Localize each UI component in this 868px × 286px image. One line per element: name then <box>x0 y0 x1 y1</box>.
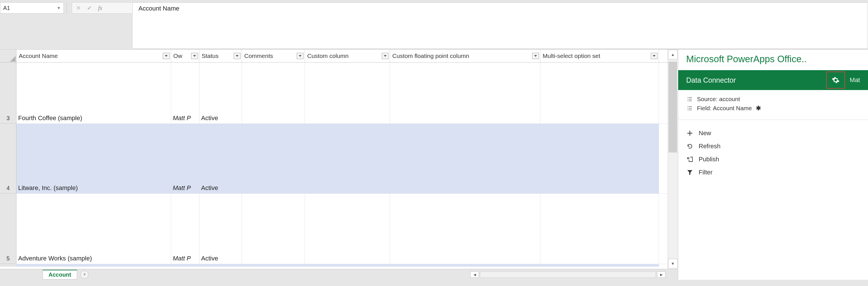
column-header[interactable]: Ow <box>171 50 199 62</box>
sheet-tab[interactable]: Account <box>42 270 77 280</box>
cell[interactable] <box>305 194 390 264</box>
column-header[interactable]: Multi-select option set <box>540 50 659 62</box>
grid-rows: 3Fourth Coffee (sample)Matt PActive4Litw… <box>0 62 678 264</box>
filter-dropdown-button[interactable] <box>297 53 304 59</box>
pane-user: Mat <box>849 77 860 84</box>
list-icon <box>686 106 693 111</box>
refresh-icon <box>686 143 693 149</box>
filter-dropdown-button[interactable] <box>163 53 169 59</box>
cell[interactable]: Adventure Works (sample) <box>17 194 171 264</box>
cell[interactable] <box>242 62 305 123</box>
scroll-left-button[interactable]: ◀ <box>470 271 479 278</box>
refresh-action[interactable]: Refresh <box>686 140 860 153</box>
row-header[interactable]: 5 <box>0 194 17 264</box>
required-indicator: ✱ <box>756 105 761 112</box>
spreadsheet-grid[interactable]: Account NameOwStatusCommentsCustom colum… <box>0 50 678 280</box>
task-pane: Microsoft PowerApps Office.. Data Connec… <box>678 50 868 280</box>
pane-actions: NewRefreshPublishFilter <box>678 120 868 186</box>
formula-bar-value: Account Name <box>138 5 179 12</box>
filter-dropdown-button[interactable] <box>191 53 198 59</box>
column-header-label: Status <box>202 53 219 59</box>
pane-header: Data Connector Mat <box>678 70 868 90</box>
name-box-value: A1 <box>3 5 10 11</box>
cell[interactable]: Active <box>199 194 242 264</box>
cell[interactable]: Active <box>199 124 242 193</box>
select-all-corner[interactable] <box>0 50 17 62</box>
cell[interactable]: Matt P <box>171 124 199 193</box>
row-header[interactable]: 4 <box>0 124 17 193</box>
table-row[interactable]: 5Adventure Works (sample)Matt PActive <box>0 194 678 264</box>
info-label: Field: Account Name <box>697 105 752 112</box>
column-header-label: Account Name <box>19 53 58 59</box>
column-header[interactable]: Account Name <box>17 50 171 62</box>
cell[interactable]: Litware, Inc. (sample) <box>17 124 171 193</box>
cell[interactable] <box>390 124 540 193</box>
table-row[interactable]: 4Litware, Inc. (sample)Matt PActive <box>0 124 678 194</box>
pane-title: Microsoft PowerApps Office.. <box>678 50 868 70</box>
cell[interactable] <box>242 124 305 193</box>
gear-icon <box>832 76 840 84</box>
formula-bar-input[interactable]: Account Name <box>133 2 868 49</box>
cell[interactable] <box>540 124 659 193</box>
column-header[interactable]: Custom column <box>305 50 390 62</box>
pane-info-section: Source: accountField: Account Name ✱ <box>678 90 868 120</box>
filter-action[interactable]: Filter <box>686 166 860 179</box>
cell[interactable] <box>390 194 540 264</box>
cell[interactable]: Active <box>199 62 242 123</box>
cancel-icon[interactable]: ✕ <box>76 4 81 11</box>
scroll-thumb[interactable] <box>669 62 677 152</box>
cell[interactable]: Matt P <box>171 194 199 264</box>
accept-icon[interactable]: ✔ <box>87 4 92 11</box>
settings-button[interactable] <box>826 72 845 89</box>
formula-controls: ✕ ✔ fx <box>72 2 133 13</box>
hscroll-track[interactable] <box>480 271 656 278</box>
pane-header-label: Data Connector <box>686 76 736 84</box>
column-header-label: Comments <box>244 53 273 59</box>
filter-dropdown-button[interactable] <box>532 53 539 59</box>
cell[interactable]: Fourth Coffee (sample) <box>17 62 171 123</box>
column-header-label: Custom floating point column <box>392 53 469 59</box>
info-label: Source: account <box>697 96 740 103</box>
column-header-label: Custom column <box>307 53 349 59</box>
fx-icon[interactable]: fx <box>98 5 102 11</box>
publish-icon <box>686 156 693 163</box>
scroll-right-button[interactable]: ▶ <box>657 271 665 278</box>
action-label: Refresh <box>699 143 720 150</box>
vertical-scrollbar[interactable]: ▲ ▼ <box>668 50 678 268</box>
new-icon <box>686 130 693 136</box>
cell[interactable]: Matt P <box>171 62 199 123</box>
add-sheet-button[interactable]: + <box>81 271 89 279</box>
info-row: Field: Account Name ✱ <box>686 105 860 112</box>
column-header[interactable]: Custom floating point column <box>390 50 540 62</box>
new-action[interactable]: New <box>686 127 860 140</box>
horizontal-scrollbar[interactable]: ◀ ▶ <box>470 271 678 278</box>
action-label: Filter <box>699 169 713 176</box>
publish-action[interactable]: Publish <box>686 153 860 166</box>
row-header[interactable]: 3 <box>0 62 17 123</box>
separator <box>67 2 71 13</box>
name-box[interactable]: A1 ▼ <box>0 2 64 13</box>
cell[interactable] <box>305 62 390 123</box>
table-row[interactable]: 3Fourth Coffee (sample)Matt PActive <box>0 62 678 124</box>
column-header-row: Account NameOwStatusCommentsCustom colum… <box>0 50 678 62</box>
action-label: Publish <box>699 155 719 163</box>
sheet-tab-label: Account <box>49 271 71 278</box>
cell[interactable] <box>390 62 540 123</box>
cell[interactable] <box>305 124 390 193</box>
action-label: New <box>699 130 711 137</box>
column-header-label: Multi-select option set <box>542 53 600 59</box>
cell[interactable] <box>242 194 305 264</box>
column-header-label: Ow <box>173 53 182 59</box>
filter-dropdown-button[interactable] <box>651 53 657 59</box>
cell[interactable] <box>540 62 659 123</box>
scroll-down-button[interactable]: ▼ <box>668 259 678 268</box>
cell[interactable] <box>540 194 659 264</box>
filter-dropdown-button[interactable] <box>382 53 389 59</box>
scroll-up-button[interactable]: ▲ <box>668 50 678 59</box>
chevron-down-icon[interactable]: ▼ <box>57 6 61 10</box>
column-header[interactable]: Status <box>199 50 242 62</box>
formula-bar-area: A1 ▼ ✕ ✔ fx Account Name <box>0 0 868 50</box>
list-icon <box>686 97 693 102</box>
column-header[interactable]: Comments <box>242 50 305 62</box>
filter-dropdown-button[interactable] <box>234 53 241 59</box>
